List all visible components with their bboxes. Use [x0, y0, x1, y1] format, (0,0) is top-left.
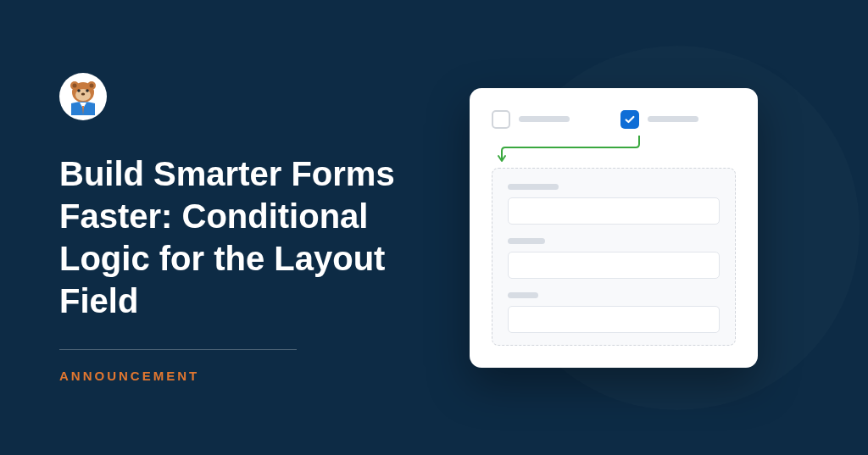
form-card-illustration: [470, 88, 758, 368]
form-field: [508, 292, 720, 333]
svg-point-3: [73, 83, 77, 87]
svg-point-4: [90, 83, 94, 87]
conditional-arrow-icon: [492, 136, 736, 163]
checkbox-unchecked-icon: [492, 110, 510, 129]
divider-line: [59, 349, 297, 350]
svg-point-7: [86, 89, 89, 92]
checkbox-checked-icon: [620, 110, 639, 129]
field-input-placeholder: [508, 252, 720, 279]
text-column: Build Smarter Forms Faster: Conditional …: [59, 73, 419, 383]
field-input-placeholder: [508, 306, 720, 333]
layout-field-container: [492, 168, 736, 346]
brand-logo-icon: [59, 73, 107, 120]
svg-point-6: [77, 89, 81, 92]
form-field: [508, 184, 720, 225]
svg-point-8: [81, 92, 85, 95]
banner-container: Build Smarter Forms Faster: Conditional …: [0, 0, 868, 455]
placeholder-line: [519, 116, 570, 122]
field-input-placeholder: [508, 197, 720, 225]
field-label-placeholder: [508, 184, 559, 190]
checkbox-row: [492, 110, 736, 129]
category-label: ANNOUNCEMENT: [59, 369, 419, 383]
page-title: Build Smarter Forms Faster: Conditional …: [59, 153, 419, 322]
illustration-column: [419, 0, 809, 455]
placeholder-line: [648, 116, 698, 122]
form-field: [508, 238, 720, 279]
field-label-placeholder: [508, 292, 538, 298]
field-label-placeholder: [508, 238, 545, 244]
